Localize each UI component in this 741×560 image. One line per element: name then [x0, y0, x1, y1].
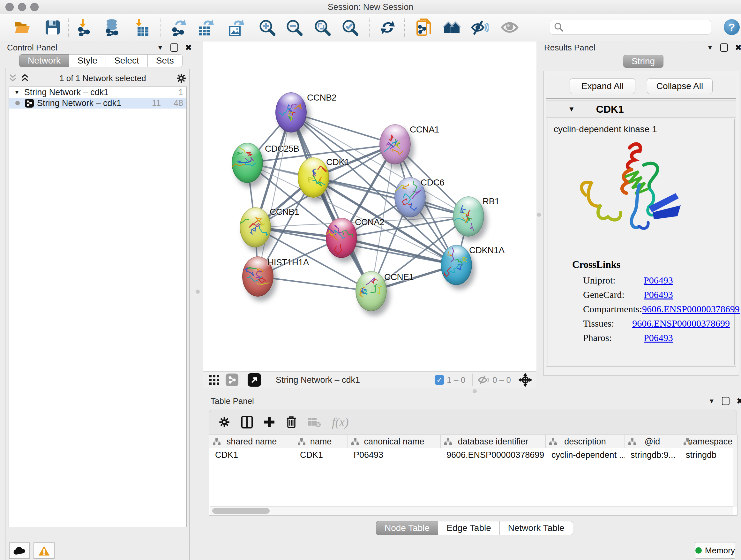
- column-header-canonical-name[interactable]: canonical name: [348, 435, 441, 448]
- collection-count: 1: [179, 87, 183, 98]
- open-in-string-icon[interactable]: [415, 18, 433, 37]
- entry-collapse-icon[interactable]: ▼: [568, 105, 575, 113]
- export-table-icon[interactable]: [197, 18, 215, 37]
- cdk1-entry: ▼ CDK1 cyclin-dependent kinase 1: [546, 101, 736, 367]
- crosslink-link[interactable]: P06493: [644, 275, 673, 286]
- table-vertical-scrollbar[interactable]: [733, 448, 737, 507]
- network-node-ccna2[interactable]: [326, 218, 357, 258]
- zoom-out-icon[interactable]: [285, 18, 303, 37]
- gear-icon[interactable]: [176, 73, 187, 84]
- table-panel: Table Panel ▼ ✖ f(x) shared namenamecano…: [207, 394, 739, 537]
- save-session-icon[interactable]: [44, 18, 62, 37]
- tab-network-table[interactable]: Network Table: [500, 521, 573, 535]
- crosslink-link[interactable]: P06493: [644, 289, 673, 300]
- network-edge[interactable]: [258, 276, 371, 291]
- expand-all-icon[interactable]: [20, 74, 30, 83]
- column-header-database-identifier[interactable]: database identifier: [441, 435, 546, 448]
- panel-float-icon[interactable]: [722, 397, 730, 405]
- network-edge[interactable]: [341, 238, 456, 265]
- column-header-name[interactable]: name: [294, 435, 348, 448]
- cdk1-entry-header[interactable]: ▼ CDK1: [546, 101, 736, 118]
- export-image-icon[interactable]: [227, 18, 245, 37]
- help-button[interactable]: ?: [724, 19, 740, 35]
- tab-string[interactable]: String: [623, 55, 664, 68]
- panel-menu-icon[interactable]: ▼: [709, 397, 715, 405]
- tree-expander-icon[interactable]: ▼: [14, 89, 20, 96]
- node-label-cdk1: CDK1: [326, 157, 349, 167]
- import-table-icon[interactable]: [133, 18, 151, 37]
- network-node-cdk1[interactable]: [298, 158, 329, 198]
- network-node-ccnb2[interactable]: [275, 92, 307, 132]
- zoom-selected-icon[interactable]: [341, 18, 359, 37]
- crosslink-link[interactable]: 9606.ENSP00000378699: [642, 304, 740, 314]
- open-external-icon[interactable]: [248, 373, 261, 387]
- protein-structure-thumbnail: [275, 92, 307, 132]
- crosslink-link[interactable]: P06493: [644, 332, 673, 343]
- column-header-@id[interactable]: @id: [625, 435, 680, 448]
- memory-button[interactable]: Memory: [695, 542, 735, 559]
- tab-sets[interactable]: Sets: [148, 54, 183, 67]
- splitter-handle[interactable]: [537, 212, 541, 217]
- splitter-handle[interactable]: [196, 290, 200, 294]
- tab-node-table[interactable]: Node Table: [376, 521, 438, 535]
- column-header-description[interactable]: description: [546, 435, 625, 448]
- search-input[interactable]: [567, 22, 702, 33]
- table-row[interactable]: CDK1CDK1P064939606.ENSP00000378699cyclin…: [209, 448, 737, 462]
- network-edge[interactable]: [291, 112, 395, 144]
- network-node-ccnb1[interactable]: [240, 207, 271, 247]
- panel-close-icon[interactable]: ✖: [185, 44, 192, 51]
- network-node-cdc25b[interactable]: [232, 143, 263, 183]
- table-gear-icon[interactable]: [218, 416, 230, 428]
- window-title: Session: New Session: [0, 2, 741, 12]
- open-file-icon[interactable]: [14, 18, 31, 37]
- network-node-ccne1[interactable]: [355, 271, 387, 311]
- fit-content-crosshair-icon[interactable]: [518, 373, 533, 387]
- refresh-icon[interactable]: [379, 18, 397, 37]
- network-collection-row[interactable]: ▼ String Network – cdk1 1: [9, 87, 186, 98]
- warning-button[interactable]: [33, 543, 55, 559]
- add-column-icon[interactable]: [264, 416, 275, 428]
- import-network-database-icon[interactable]: [103, 18, 121, 37]
- panel-close-icon[interactable]: ✖: [737, 398, 741, 404]
- tab-edge-table[interactable]: Edge Table: [438, 521, 500, 535]
- network-node-ccna1[interactable]: [380, 124, 411, 165]
- collapse-all-icon[interactable]: [8, 74, 17, 83]
- delete-column-icon[interactable]: [286, 416, 297, 428]
- network-node-rb1[interactable]: [453, 196, 484, 237]
- network-row[interactable]: String Network – cdk1 11 48: [9, 98, 186, 109]
- home-icon[interactable]: [443, 18, 461, 37]
- network-view-canvas[interactable]: CCNB2CCNA1CDC25BCDK1CDC6RB1CCNB1CCNA2CDK…: [203, 42, 536, 371]
- cloud-button[interactable]: [9, 543, 30, 559]
- network-node-cdkn1a[interactable]: [441, 245, 472, 285]
- network-tree: ▼ String Network – cdk1 1 String Network…: [9, 86, 187, 527]
- scrollbar-thumb[interactable]: [212, 508, 270, 514]
- footer-separator: [243, 374, 243, 386]
- export-network-icon[interactable]: [170, 18, 188, 37]
- panel-menu-icon[interactable]: ▼: [707, 44, 713, 51]
- grid-view-icon[interactable]: [208, 374, 220, 386]
- tab-style[interactable]: Style: [69, 54, 106, 67]
- panel-close-icon[interactable]: ✖: [735, 44, 741, 51]
- search-field[interactable]: [550, 20, 711, 35]
- table-horizontal-scrollbar[interactable]: [210, 506, 733, 515]
- tab-network[interactable]: Network: [19, 54, 69, 67]
- crosslink-link[interactable]: 9606.ENSP00000378699: [632, 318, 730, 329]
- zoom-in-icon[interactable]: [258, 18, 276, 37]
- import-network-icon[interactable]: [76, 18, 93, 37]
- panel-menu-icon[interactable]: ▼: [157, 44, 163, 51]
- column-header-namespace[interactable]: namespace: [680, 435, 738, 448]
- expand-all-button[interactable]: Expand All: [569, 78, 635, 94]
- tab-select[interactable]: Select: [106, 54, 148, 67]
- splitter-handle[interactable]: [473, 389, 477, 393]
- collapse-all-button[interactable]: Collapse All: [647, 78, 713, 94]
- panel-float-icon[interactable]: [720, 44, 728, 52]
- selected-checkbox-icon[interactable]: ✓: [434, 375, 444, 385]
- network-share-icon[interactable]: [226, 374, 239, 386]
- column-header-shared-name[interactable]: shared name: [209, 435, 294, 448]
- hide-selection-eye-slash-icon[interactable]: [471, 18, 488, 37]
- zoom-fit-icon[interactable]: [313, 18, 331, 37]
- control-panel: Control Panel ▼ ✖ NetworkStyleSelectSets…: [3, 42, 191, 537]
- panel-float-icon[interactable]: [171, 44, 178, 52]
- select-columns-icon[interactable]: [241, 416, 253, 428]
- show-eye-icon[interactable]: [501, 18, 519, 37]
